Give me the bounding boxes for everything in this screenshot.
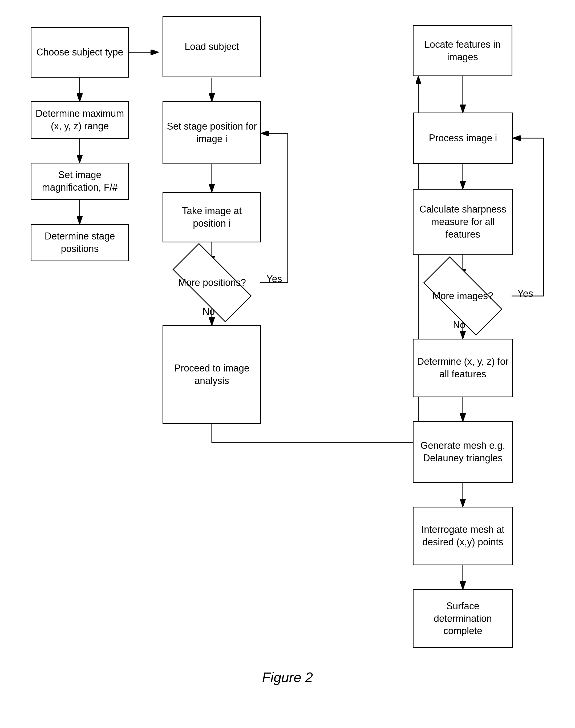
- load-subject-box: Load subject: [163, 16, 261, 77]
- no-label-images: No: [453, 319, 465, 331]
- surface-complete-box: Surface determination complete: [413, 589, 513, 648]
- set-stage-pos-box: Set stage position for image i: [163, 101, 261, 164]
- choose-subject-box: Choose subject type: [31, 27, 129, 77]
- figure-caption: Figure 2: [0, 669, 575, 685]
- yes-label-positions: Yes: [266, 273, 282, 285]
- determine-stage-box: Determine stage positions: [31, 224, 129, 261]
- more-positions-diamond: More positions?: [175, 264, 249, 301]
- determine-xyz-box: Determine (x, y, z) for all features: [413, 339, 513, 397]
- yes-label-images: Yes: [517, 288, 533, 299]
- more-images-diamond: More images?: [426, 277, 500, 315]
- proceed-analysis-box: Proceed to image analysis: [163, 325, 261, 424]
- determine-max-box: Determine maximum (x, y, z) range: [31, 101, 129, 139]
- interrogate-mesh-box: Interrogate mesh at desired (x,y) points: [413, 507, 513, 565]
- take-image-box: Take image at position i: [163, 192, 261, 243]
- generate-mesh-box: Generate mesh e.g. Delauney triangles: [413, 421, 513, 483]
- calc-sharpness-box: Calculate sharpness measure for all feat…: [413, 189, 513, 255]
- flowchart: Choose subject type Determine maximum (x…: [0, 0, 575, 707]
- process-image-box: Process image i: [413, 113, 513, 164]
- no-label-positions: No: [203, 306, 215, 317]
- set-image-mag-box: Set image magnification, F/#: [31, 163, 129, 200]
- locate-features-box: Locate features in images: [413, 25, 512, 76]
